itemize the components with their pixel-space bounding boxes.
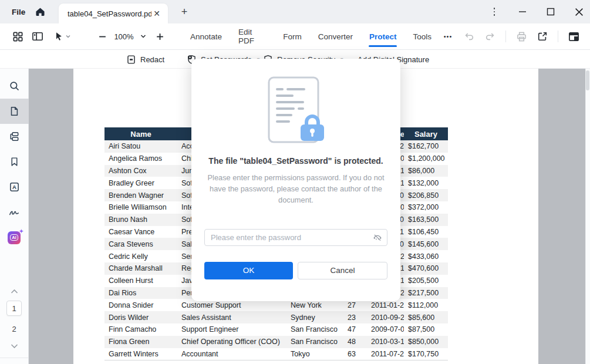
table-cell: Tokyo — [286, 348, 343, 360]
bookmark-icon[interactable] — [0, 149, 29, 174]
signature-icon[interactable] — [0, 200, 29, 225]
menu-tab-converter[interactable]: Converter — [310, 23, 361, 49]
side-panel-icon[interactable] — [29, 28, 46, 45]
ok-button[interactable]: OK — [204, 262, 293, 279]
toolbar-divider — [505, 31, 506, 42]
vertical-scrollbar[interactable] — [585, 69, 590, 364]
new-tab-button[interactable]: + — [178, 5, 191, 18]
zoom-level[interactable]: 100% — [113, 32, 135, 41]
menu-tab-tools[interactable]: Tools — [404, 23, 440, 49]
ai-badge: AI ✦ — [8, 231, 21, 244]
password-input[interactable] — [204, 229, 387, 246]
table-row: Doris WilderSales AssistantSydney232010-… — [104, 311, 448, 323]
table-cell: Ashton Cox — [104, 165, 177, 177]
column-header: Name — [104, 127, 177, 140]
redact-button[interactable]: Redact — [126, 50, 164, 69]
select-tool-icon[interactable] — [49, 28, 75, 45]
redo-icon[interactable] — [482, 28, 498, 45]
table-cell: San Francisco — [286, 323, 343, 336]
table-cell: $850,000 — [404, 336, 448, 348]
more-menu-icon[interactable] — [489, 6, 500, 17]
redact-label: Redact — [140, 55, 164, 64]
document-tab[interactable]: table04_SetPassword.pdf ✕ — [59, 4, 168, 23]
home-button[interactable] — [33, 5, 47, 19]
thumbnail-grid-icon[interactable] — [9, 28, 26, 45]
table-cell: $1,200,000 — [404, 153, 448, 165]
reading-layout-icon[interactable] — [565, 28, 582, 45]
table-cell: Sydney — [286, 311, 343, 323]
tab-title: table04_SetPassword.pdf — [68, 9, 151, 18]
print-icon[interactable] — [513, 28, 530, 45]
password-dialog: The file "table04_SetPassword" is protec… — [191, 59, 400, 301]
zoom-controls: 100% — [94, 28, 168, 45]
toolbar-actions: ••• — [440, 28, 590, 45]
table-cell: $170,750 — [404, 348, 448, 360]
table-cell: $85,600 — [404, 311, 448, 323]
table-cell: $206,850 — [404, 189, 448, 201]
table-cell: Chief Operating Officer (COO) — [177, 336, 286, 348]
table-row: Fiona GreenChief Operating Officer (COO)… — [104, 336, 448, 348]
table-cell: Fiona Green — [104, 336, 177, 348]
svg-text:A: A — [12, 184, 16, 190]
table-cell: Donna Snider — [104, 299, 177, 311]
ai-assistant-icon[interactable]: AI ✦ — [0, 225, 29, 250]
previous-page-icon[interactable] — [11, 287, 18, 295]
toggle-password-visibility-icon[interactable] — [372, 232, 383, 243]
file-menu[interactable]: File — [12, 0, 25, 23]
table-cell: 2010-03-11 — [367, 336, 404, 348]
table-cell: $106,450 — [404, 226, 448, 238]
page-number-2[interactable]: 2 — [6, 321, 22, 336]
menu-tab-annotate[interactable]: Annotate — [182, 23, 230, 49]
dialog-title: The file "table04_SetPassword" is protec… — [204, 156, 387, 166]
table-cell: Support Engineer — [177, 323, 286, 336]
share-export-icon[interactable] — [534, 28, 551, 45]
table-cell: Doris Wilder — [104, 311, 177, 323]
tab-close-icon[interactable]: ✕ — [151, 8, 162, 19]
table-cell: 48 — [343, 336, 367, 348]
table-cell: Finn Camacho — [104, 323, 177, 336]
more-tools-icon[interactable]: ••• — [440, 28, 456, 45]
window-controls — [489, 0, 584, 23]
view-controls: 100% — [0, 28, 168, 45]
menu-tab-protect[interactable]: Protect — [361, 23, 405, 49]
cancel-button[interactable]: Cancel — [298, 262, 387, 279]
table-cell: Airi Satou — [104, 140, 177, 153]
maximize-button[interactable] — [545, 6, 556, 17]
outline-icon[interactable] — [0, 124, 29, 149]
table-cell: 2010-09-20 — [367, 311, 404, 323]
menu-tab-form[interactable]: Form — [275, 23, 310, 49]
dialog-buttons: OK Cancel — [204, 262, 387, 279]
annotation-icon[interactable]: A — [0, 174, 29, 200]
zoom-out-icon[interactable] — [94, 28, 110, 45]
zoom-in-icon[interactable] — [151, 28, 168, 45]
minimize-button[interactable] — [517, 6, 528, 17]
scrollbar-thumb[interactable] — [586, 70, 589, 90]
main-toolbar: 100% AnnotateEdit PDFFormConverterProtec… — [0, 23, 590, 50]
next-page-icon[interactable] — [11, 342, 18, 350]
close-button[interactable] — [574, 6, 584, 17]
home-icon — [35, 6, 46, 18]
menu-tab-edit-pdf[interactable]: Edit PDF — [230, 23, 275, 49]
left-sidebar: A AI ✦ 12 — [0, 69, 29, 364]
page-number-1[interactable]: 1 — [6, 301, 22, 316]
table-cell: $87,500 — [404, 323, 448, 336]
table-cell: 2011-07-25 — [367, 348, 404, 360]
page-list: 12 — [6, 301, 22, 336]
table-cell: $112,000 — [404, 299, 448, 311]
undo-icon[interactable] — [461, 28, 477, 45]
table-cell: Garrett Winters — [104, 348, 177, 360]
table-cell: Accountant — [177, 348, 286, 360]
page-thumbnails-icon[interactable] — [0, 99, 29, 124]
table-cell: $205,500 — [404, 275, 448, 287]
password-field-wrap — [204, 229, 387, 246]
table-cell: $86,000 — [404, 165, 448, 177]
table-cell: Dai Rios — [104, 287, 177, 299]
column-header: Salary — [404, 127, 448, 140]
main-menu: AnnotateEdit PDFFormConverterProtectTool… — [182, 23, 440, 49]
table-cell: Charde Marshall — [104, 262, 177, 275]
search-icon[interactable] — [0, 73, 29, 99]
table-cell: $217,500 — [404, 287, 448, 299]
zoom-dropdown-icon[interactable] — [137, 28, 149, 45]
table-cell: Caesar Vance — [104, 226, 177, 238]
protected-document-illustration — [204, 74, 387, 147]
